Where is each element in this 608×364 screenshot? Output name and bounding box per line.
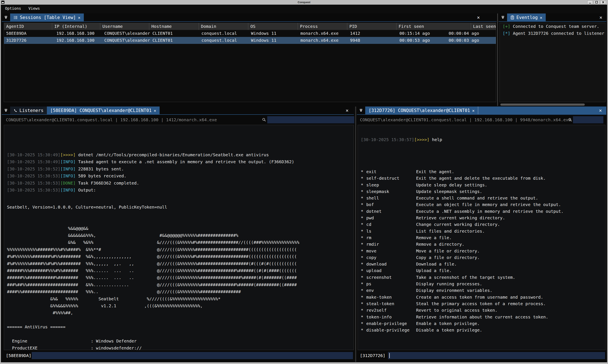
tab-session-312D7726-close-icon[interactable]: ✕ — [472, 108, 474, 113]
cell-pid: 1412 — [348, 30, 397, 37]
tab-sessions[interactable]: Sessions [Table View] ✕ — [10, 13, 84, 21]
help-bullet: * — [361, 228, 363, 234]
eventlog-horizontal-scrollbar[interactable] — [500, 104, 585, 106]
column-header[interactable]: Process — [298, 23, 347, 30]
left-console-search-input[interactable] — [267, 116, 354, 123]
help-command-name: move — [366, 248, 377, 254]
window-title: Conquest — [0, 0, 608, 5]
help-command-name: pwd — [366, 215, 374, 221]
left-console-statusrow: CONQUEST\alexander@CLIENT01.conquest.loc… — [2, 116, 354, 124]
cell-process: monarch.x64.exe — [298, 37, 348, 44]
cell-agent-id: 58EE89DA — [4, 30, 54, 37]
titlebar[interactable]: Conquest — [0, 0, 608, 5]
column-header[interactable]: Username — [100, 23, 149, 30]
log-timestamp: [30-10-2025 15:30:49] — [7, 159, 60, 164]
left-console-collapse-button[interactable] — [2, 106, 10, 114]
column-header[interactable]: OS — [248, 23, 298, 30]
help-command-name: dotnet — [366, 208, 381, 215]
maximize-icon — [595, 1, 598, 4]
eventlog-entry-text: Agent 312D7726 connected to listener — [513, 31, 604, 36]
help-bullet: * — [361, 267, 363, 274]
log-tag: [>>>>] — [60, 152, 76, 157]
help-command-name: env — [366, 287, 374, 294]
help-bullet: * — [361, 320, 363, 327]
left-console-command-input[interactable] — [32, 352, 353, 359]
help-row: *uploadUpload a file. — [361, 267, 605, 274]
help-row: *dotnetExecute a .NET assembly in memory… — [361, 208, 605, 215]
column-header[interactable]: PID — [347, 23, 396, 30]
help-command-name: shell — [366, 195, 379, 201]
sessions-table-body: 58EE89DA 192.168.168.100 CONQUEST\alexan… — [4, 30, 496, 44]
help-row: *downloadDownload a file. — [361, 261, 605, 267]
tab-session-58EE89DA[interactable]: [58EE89DA] CONQUEST\alexander@CLIENT01 ✕ — [47, 106, 160, 114]
eventlog-entry-text: Connected to Conquest team server. — [513, 24, 599, 29]
help-row: *sleepUpdate sleep delay settings. — [361, 182, 605, 188]
log-tag: [INFO] — [60, 187, 76, 193]
table-row[interactable]: 58EE89DA 192.168.168.100 CONQUEST\alexan… — [4, 30, 496, 37]
tab-session-58EE89DA-close-icon[interactable]: ✕ — [154, 108, 156, 113]
help-command-name: upload — [366, 267, 381, 274]
sessions-collapse-button[interactable] — [2, 13, 10, 21]
menu-views[interactable]: Views — [28, 5, 40, 11]
column-header[interactable]: Hostname — [149, 23, 199, 30]
help-command-description: Revert to original access token. — [416, 307, 497, 314]
help-command-description: Update sleep delay settings. — [416, 182, 487, 188]
tab-eventlog-close-icon[interactable]: ✕ — [540, 15, 542, 20]
help-command-description: Update sleepmask settings. — [416, 188, 482, 195]
help-command-name: cd — [366, 221, 371, 228]
panel-divider-vertical-bottom[interactable] — [355, 106, 356, 362]
left-console-panel: Listeners [58EE89DA] CONQUEST\alexander@… — [2, 106, 354, 362]
help-bullet: * — [361, 327, 363, 333]
left-console-output: [30-10-2025 15:30:49][>>>>]dotnet /mnt/c… — [4, 125, 354, 350]
tab-listeners-label: Listeners — [19, 108, 43, 113]
tab-session-312D7726[interactable]: [312D7726] CONQUEST\alexander@CLIENT01 ✕ — [365, 106, 478, 114]
tab-eventlog[interactable]: Eventlog ✕ — [507, 13, 546, 21]
right-console-panel: [312D7726] CONQUEST\alexander@CLIENT01 ✕… — [357, 106, 606, 362]
help-list: *exitExit the agent.*self-destructExit t… — [361, 153, 605, 333]
sessions-panel-close-icon[interactable]: ✕ — [474, 13, 482, 21]
help-row: *steal-tokenSteal the primary access tok… — [361, 300, 605, 307]
help-bullet: * — [361, 307, 363, 314]
help-command-description: Download a file. — [416, 261, 457, 267]
help-bullet: * — [361, 248, 363, 254]
left-console-panel-close-icon[interactable]: ✕ — [343, 106, 351, 114]
right-console-collapse-button[interactable] — [357, 106, 365, 114]
right-console-panel-close-icon[interactable]: ✕ — [597, 106, 604, 114]
help-row: *enable-privilegeEnable a token privileg… — [361, 320, 605, 327]
clipboard-icon — [511, 15, 514, 20]
log-line: [30-10-2025 15:30:49][>>>>]dotnet /mnt/c… — [7, 151, 354, 158]
right-console-search-input[interactable] — [573, 116, 603, 123]
column-header[interactable]: Last seen — [471, 23, 496, 30]
help-command-name: download — [366, 261, 387, 267]
table-row[interactable]: 312D7726 192.168.168.100 CONQUEST\alexan… — [4, 37, 496, 44]
minimize-button[interactable] — [587, 0, 593, 4]
column-header[interactable]: AgentID — [4, 23, 52, 30]
close-icon — [601, 1, 605, 4]
help-row: *self-destructExit the agent and delete … — [361, 175, 605, 182]
help-command-name: sleepmask — [366, 188, 389, 195]
column-header[interactable]: IP (Internal) — [52, 23, 100, 30]
help-bullet: * — [361, 314, 363, 320]
cell-process: monarch.x64.exe — [298, 30, 348, 37]
log-text: 589 bytes received. — [78, 173, 126, 178]
cell-domain: conquest.local — [199, 30, 249, 37]
column-header[interactable]: First seen — [396, 23, 471, 30]
app-window: Conquest Options Views — [0, 0, 608, 364]
log-tag: [INFO] — [60, 173, 76, 178]
close-button[interactable] — [600, 0, 606, 4]
maximize-button[interactable] — [594, 0, 599, 4]
help-bullet: * — [361, 195, 363, 201]
eventlog-panel-close-icon[interactable]: ✕ — [597, 13, 605, 21]
help-command-name: token-info — [366, 314, 392, 320]
eventlog-collapse-button[interactable] — [499, 13, 507, 21]
cell-os: Windows 11 — [249, 30, 298, 37]
tab-sessions-close-icon[interactable]: ✕ — [78, 15, 81, 20]
panel-divider-vertical-top[interactable] — [497, 13, 498, 106]
help-bullet: * — [361, 234, 363, 241]
column-header[interactable]: Domain — [199, 23, 248, 30]
right-console-command-input[interactable] — [388, 352, 605, 359]
tab-listeners[interactable]: Listeners — [10, 106, 47, 114]
menu-options[interactable]: Options — [5, 5, 21, 11]
help-bullet: * — [361, 281, 363, 287]
tab-session-58EE89DA-label: [58EE89DA] CONQUEST\alexander@CLIENT01 — [50, 108, 152, 113]
